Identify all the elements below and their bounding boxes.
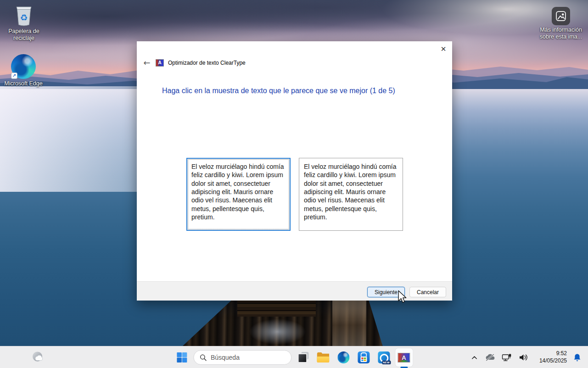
- microsoft-store-button[interactable]: [355, 348, 372, 367]
- dock-cross-planks: [237, 300, 316, 317]
- cleartype-tuner-window: ✕ ← A Optimizador de texto ClearType Hag…: [137, 41, 452, 301]
- task-view-button[interactable]: [294, 348, 312, 367]
- clock-tray-button[interactable]: 9:52 14/05/2025: [534, 350, 567, 364]
- tray-date: 14/05/2025: [534, 357, 567, 365]
- desktop-icon-label: Más información sobre esta ima...: [535, 27, 587, 40]
- text-sample-selected[interactable]: El veloz murciélago hindú comía feliz ca…: [186, 158, 291, 231]
- edge-icon: [337, 351, 349, 363]
- recycle-bin-icon: ♻: [14, 4, 34, 27]
- store-window-grid: [360, 357, 367, 362]
- outlook-icon: NEW: [378, 351, 390, 363]
- cleartype-letter: A: [402, 355, 406, 361]
- sample-text: El veloz murciélago hindú comía feliz ca…: [299, 158, 403, 225]
- taskbar-search[interactable]: [193, 350, 291, 365]
- cleartype-letter: A: [158, 61, 161, 65]
- cleartype-taskbar-button[interactable]: A: [395, 348, 413, 367]
- outlook-button[interactable]: NEW: [375, 348, 392, 367]
- edge-icon: ↗: [11, 54, 36, 79]
- back-arrow-icon: ←: [143, 58, 150, 67]
- sample-text: El veloz murciélago hindú comía feliz ca…: [187, 159, 290, 225]
- network-tray-button[interactable]: [501, 351, 513, 363]
- outlook-new-badge: NEW: [382, 361, 391, 364]
- close-icon: ✕: [441, 45, 447, 53]
- mouse-cursor: [397, 290, 408, 304]
- speaker-icon: [519, 353, 528, 362]
- search-icon: [199, 354, 207, 362]
- shortcut-arrow-icon: ↗: [11, 72, 17, 79]
- task-view-icon: [297, 352, 308, 363]
- file-explorer-button[interactable]: [314, 348, 332, 367]
- widgets-button[interactable]: [29, 348, 47, 367]
- dock-sheen: [249, 319, 306, 345]
- dialog-header: ← A Optimizador de texto ClearType: [142, 58, 246, 67]
- cleartype-icon: A: [398, 353, 410, 362]
- edge-taskbar-button[interactable]: [335, 348, 352, 367]
- text-sample-alternative[interactable]: El veloz murciélago hindú comía feliz ca…: [299, 158, 403, 231]
- desktop-icon-label: Papelera de reciclaje: [4, 28, 44, 42]
- start-button[interactable]: [173, 348, 190, 367]
- window-title: Optimizador de texto ClearType: [168, 60, 246, 66]
- wooden-dock: [183, 300, 385, 346]
- widgets-weather-icon: [31, 351, 45, 364]
- desktop: ♻ Papelera de reciclaje ↗ Microsoft Edge…: [0, 0, 588, 368]
- back-button[interactable]: ←: [142, 58, 151, 67]
- dock-highlight: [332, 300, 367, 346]
- spotlight-picture-icon: [552, 7, 570, 25]
- instruction-heading: Haga clic en la muestra de texto que le …: [162, 87, 395, 95]
- notification-bell-icon: [573, 353, 581, 362]
- close-button[interactable]: ✕: [437, 43, 450, 55]
- wired-network-icon: [502, 353, 512, 362]
- tray-time: 9:52: [534, 350, 567, 357]
- volume-tray-button[interactable]: [517, 351, 529, 363]
- cleartype-app-icon: A: [156, 60, 163, 66]
- cancel-button[interactable]: Cancelar: [409, 287, 446, 297]
- recycle-symbol-icon: ♻: [20, 13, 28, 22]
- tray-overflow-button[interactable]: [469, 351, 480, 363]
- desktop-icon-recycle-bin[interactable]: ♻ Papelera de reciclaje: [4, 4, 44, 42]
- chevron-up-icon: [471, 355, 478, 360]
- taskbar: NEW A: [0, 346, 588, 368]
- windows-start-icon: [176, 352, 187, 363]
- notifications-button[interactable]: [571, 351, 582, 363]
- search-input[interactable]: [211, 354, 284, 361]
- desktop-icon-microsoft-edge[interactable]: ↗ Microsoft Edge: [2, 54, 45, 87]
- onedrive-tray-button[interactable]: [484, 351, 496, 363]
- desktop-icon-label: Microsoft Edge: [4, 80, 42, 87]
- file-explorer-icon: [317, 352, 329, 362]
- microsoft-store-icon: [358, 351, 370, 363]
- desktop-icon-spotlight-info[interactable]: Más información sobre esta ima...: [535, 7, 587, 40]
- onedrive-paused-icon: [485, 353, 495, 362]
